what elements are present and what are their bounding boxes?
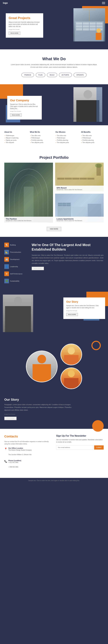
about-col1-title: About Us <box>4 131 27 133</box>
about-col-4: All Benefits Tem aliso ests Pellentesque… <box>81 131 104 144</box>
builder-icon-leadership: 👤 Leadership <box>4 264 27 269</box>
newsletter-email-input[interactable] <box>56 446 93 450</box>
builder-icon-development: 🏢 Development <box>4 257 27 262</box>
our-company-section: Our Company Sample text. Click to select… <box>0 84 108 125</box>
about-item: Portfolio planning <box>30 139 53 142</box>
pill-operate[interactable]: OPERATE <box>74 73 87 77</box>
story-img-placeholder: Image from Envato <box>66 310 102 312</box>
pills-container: FINANCE PLAN BUILD ACTIVATE OPERATE <box>4 73 104 77</box>
what-we-do-description: Lorem ipsum dolor sit amet, consectetur … <box>11 63 97 68</box>
contacts-section: Contacts Use our contact form for all in… <box>0 429 108 478</box>
contact-phone-row: 📞 Phone (Landline) + 012 541 3981 + 098 … <box>4 460 52 470</box>
newsletter-submit-button[interactable]: SUBMIT <box>94 446 104 450</box>
company-title: Our Company <box>10 99 39 102</box>
portfolio-item-luxury[interactable]: Luxury Apartments Sample text. Click to … <box>55 194 104 222</box>
builders-read-more-button[interactable]: READ MORE <box>32 267 44 270</box>
sustainability-icon: 🌿 <box>4 279 9 283</box>
about-item: Pellentesque <box>30 137 53 139</box>
phone-label: Phone (Landline) <box>8 460 21 462</box>
about-col-3: Our Mission Tem aliso ests Pellentesque … <box>55 131 78 144</box>
about-item: Pellentesque <box>81 137 104 139</box>
newsletter-description: Join our newsletter to receive news and … <box>56 438 104 443</box>
pill-finance[interactable]: FINANCE <box>21 73 34 77</box>
our-story2-read-more-button[interactable]: READ MORE <box>4 417 16 420</box>
phone-number1: + 012 541 3981 <box>8 462 21 464</box>
our-story2-section: Our Story Paragraph. Lorem ipsum dolor s… <box>0 395 108 429</box>
about-item: Tem aliso ests <box>55 134 78 137</box>
leadership-icon: 👤 <box>4 264 9 269</box>
builders-title: We're One Of The Largest And Most Establ… <box>32 242 104 252</box>
builder-icon-self-performance: ⚙ Self-Performance <box>4 272 27 276</box>
team-circles-right <box>60 344 82 389</box>
phone-icon: 📞 <box>4 460 7 463</box>
hero-img-placeholder: Image from Envato <box>9 29 40 30</box>
newsletter-form: SUBMIT <box>56 446 104 450</box>
our-story2-img-placeholder: Image from Envato <box>4 414 104 415</box>
about-item: Tem aliquete <box>4 142 27 144</box>
menu-button[interactable] <box>102 2 105 4</box>
contact-office-row: 📍 Our Office Location The Interior Desig… <box>4 447 52 458</box>
about-item: Portfolio planning <box>55 139 78 142</box>
portfolio-title: Project Portfolio <box>4 155 104 160</box>
contacts-description: Use our contact form for all information… <box>4 440 52 445</box>
company-read-more-button[interactable]: READ MORE <box>10 114 22 116</box>
about-col-1: About Us Pellentesque Aliquam et plannin… <box>4 131 27 144</box>
location-icon: 📍 <box>4 448 7 450</box>
story-read-more-button[interactable]: READ MORE <box>66 313 78 316</box>
hero-title: Great Projects <box>9 16 40 20</box>
office-label: Our Office Location <box>8 447 32 449</box>
portfolio-item-pavilion[interactable]: The Pavilion Sample text. Click to selec… <box>4 163 53 222</box>
development-icon: 🏢 <box>4 257 9 262</box>
hero-description: Aliqua ut erat enim futuristic adipiscin… <box>9 21 40 28</box>
about-section: About Us Pellentesque Aliquam et plannin… <box>0 125 108 150</box>
what-we-do-section: What We Do Lorem ipsum dolor sit amet, c… <box>0 49 108 84</box>
pill-build[interactable]: BUILD <box>47 73 57 77</box>
pavilion-label: The Pavilion Sample text. Click to selec… <box>4 217 53 222</box>
contacts-left: Contacts Use our contact form for all in… <box>4 434 52 472</box>
what-we-do-title: What We Do <box>4 56 104 61</box>
story-card: Our Story Sample text. Click to select t… <box>63 298 105 319</box>
office-line1: The Interior Design Studio Company <box>8 449 32 451</box>
about-item: Dignity per porta <box>4 139 27 142</box>
team-circle-bottom-right <box>60 368 82 389</box>
contact-office-info: Our Office Location The Interior Design … <box>8 447 32 458</box>
about-col-2: What We Do Tem aliso ests Pellentesque P… <box>30 131 53 144</box>
hero-section: Great Projects Aliqua ut erat enim futur… <box>0 6 108 49</box>
pill-plan[interactable]: PLAN <box>36 73 45 77</box>
builders-section: 🏗 Building 📐 Preconstruction 🏢 Developme… <box>0 237 108 292</box>
portfolio-section: Project Portfolio The Pavilion Sample te… <box>0 150 108 237</box>
hero-read-more-button[interactable]: READ MORE <box>9 32 20 35</box>
about-col2-title: What We Do <box>30 131 53 133</box>
view-more-button[interactable]: VIEW MORE <box>47 227 61 231</box>
builder-icon-building: 🏗 Building <box>4 242 27 247</box>
company-card: Our Company Sample text. Click to select… <box>7 96 42 120</box>
footer-text: Sample text. Click to enter the text, cl… <box>3 480 105 481</box>
team-circle-top-right <box>60 344 82 365</box>
team-section <box>0 338 108 395</box>
about-item: Pellentesque <box>4 134 27 137</box>
builders-content: We're One Of The Largest And Most Establ… <box>32 242 104 270</box>
about-item: Aliquam et planning <box>4 137 27 139</box>
about-item: Tem aliso ests <box>81 134 104 137</box>
team-circle-center <box>26 350 58 382</box>
our-story-section: Our Story Sample text. Click to select t… <box>0 292 108 338</box>
spa-label: SPA Resort Sample text. Click to select … <box>55 186 104 192</box>
phone-number2: + 098 565 3981 <box>8 466 21 468</box>
company-description: Sample text. Click to select the text Bo… <box>10 103 39 110</box>
footer: Sample text. Click to enter the text, cl… <box>0 478 108 483</box>
orange-circle-decoration <box>92 420 104 432</box>
company-img-placeholder: Image from Envato <box>10 110 39 112</box>
team-circles-container <box>4 344 104 389</box>
logo: logo <box>3 2 8 4</box>
about-col3-title: Our Mission <box>55 131 78 133</box>
contacts-title: Contacts <box>4 434 52 438</box>
luxury-label: Luxury Apartments Sample text. Click to … <box>55 217 104 222</box>
orange-ring-decoration <box>92 341 101 350</box>
our-story2-description: Paragraph. Lorem ipsum dolor sit amet, c… <box>4 403 76 411</box>
story-description: Sample text. Click to select the Text El… <box>66 304 102 309</box>
newsletter-section: Sign Up For The Newsletter Join our news… <box>56 434 104 472</box>
builder-icon-preconstruction: 📐 Preconstruction <box>4 250 27 254</box>
pill-activate[interactable]: ACTIVATE <box>59 73 72 77</box>
portfolio-item-spa[interactable]: SPA Resort Sample text. Click to select … <box>55 163 104 192</box>
builders-description: Sample text. Click to select the Text El… <box>32 254 104 265</box>
